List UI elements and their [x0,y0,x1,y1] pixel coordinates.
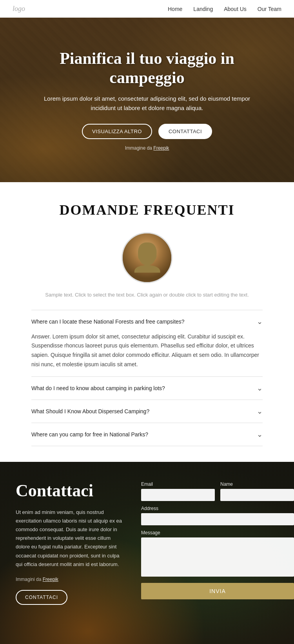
form-group-email: Email [141,481,215,501]
hero-buttons: VISUALIZZA ALTRO CONTATTACI [37,124,257,139]
message-label: Message [141,530,294,535]
faq-question-2: What do I need to know about camping in … [31,385,165,391]
email-input[interactable] [141,489,215,501]
faq-question-row-3[interactable]: What Should I Know About Dispersed Campi… [31,407,263,416]
form-group-name: Name [220,481,294,501]
faq-item-1: Where can I locate these National Forest… [31,310,263,376]
navbar: logo Home Landing About Us Our Team [0,0,294,18]
faq-question-row-1[interactable]: Where can I locate these National Forest… [31,317,263,326]
attribution-link[interactable]: Freepik [153,145,169,151]
nav-landing[interactable]: Landing [193,6,213,12]
nav-team[interactable]: Our Team [258,6,281,12]
email-label: Email [141,481,215,487]
form-group-address: Address [141,506,294,525]
faq-sample-text: Sample text. Click to select the text bo… [31,291,263,299]
contattaci-contact-button[interactable]: CONTATTACI [16,590,67,605]
hero-attribution: Immagine da Freepik [37,145,257,151]
visualizza-altro-button[interactable]: VISUALIZZA ALTRO [82,124,152,139]
faq-answer-1: Answer. Lorem ipsum dolor sit amet, cons… [31,326,263,369]
faq-avatar [122,232,172,283]
attribution-prefix: Immagine da [125,145,154,151]
faq-item-2: What do I need to know about camping in … [31,376,263,400]
contact-section: Contattaci Ut enim ad minim veniam, quis… [0,462,294,644]
address-input[interactable] [141,513,294,525]
submit-button[interactable]: INVIA [141,583,294,599]
chevron-down-icon-2: ⌄ [257,384,263,393]
contact-heading: Contattaci [16,481,125,500]
chevron-down-icon-3: ⌄ [257,407,263,416]
hero-title: Pianifica il tuo viaggio in campeggio [37,49,257,87]
contact-attribution-link[interactable]: Freepik [43,577,58,582]
faq-item-4: Where can you camp for free in National … [31,423,263,446]
logo: logo [13,5,25,13]
contattaci-hero-button[interactable]: CONTATTACI [158,124,212,139]
nav-about[interactable]: About Us [224,6,247,12]
faq-item-3: What Should I Know About Dispersed Campi… [31,400,263,423]
faq-question-4: Where can you camp for free in National … [31,431,148,438]
form-row-message: Message [141,530,294,577]
name-label: Name [220,481,294,487]
hero-section: Pianifica il tuo viaggio in campeggio Lo… [0,18,294,182]
hero-subtitle: Lorem ipsum dolor sit amet, consectetur … [37,94,257,113]
chevron-down-icon-4: ⌄ [257,430,263,439]
faq-question-3: What Should I Know About Dispersed Campi… [31,408,149,414]
form-row-email-name: Email Name [141,481,294,501]
contact-inner: Contattaci Ut enim ad minim veniam, quis… [16,481,278,605]
form-row-address: Address [141,506,294,525]
contact-form: Email Name Address Message [141,481,294,599]
contact-description: Ut enim ad minim veniam, quis nostrud ex… [16,508,125,569]
faq-title: DOMANDE FREQUENTI [31,202,263,218]
contact-attribution: Immagini da Freepik [16,577,125,582]
faq-question-1: Where can I locate these National Forest… [31,318,185,325]
chevron-down-icon-1: ⌄ [257,317,263,326]
faq-section: DOMANDE FREQUENTI Sample text. Click to … [0,182,294,462]
faq-question-row-4[interactable]: Where can you camp for free in National … [31,430,263,439]
address-label: Address [141,506,294,511]
hero-content: Pianifica il tuo viaggio in campeggio Lo… [14,49,280,151]
contact-attribution-prefix: Immagini da [16,577,43,582]
contact-left: Contattaci Ut enim ad minim veniam, quis… [16,481,125,605]
faq-profile [31,232,263,283]
message-input[interactable] [141,537,294,577]
faq-question-row-2[interactable]: What do I need to know about camping in … [31,384,263,393]
navbar-links: Home Landing About Us Our Team [168,6,281,12]
form-group-message: Message [141,530,294,577]
name-input[interactable] [220,489,294,501]
nav-home[interactable]: Home [168,6,182,12]
